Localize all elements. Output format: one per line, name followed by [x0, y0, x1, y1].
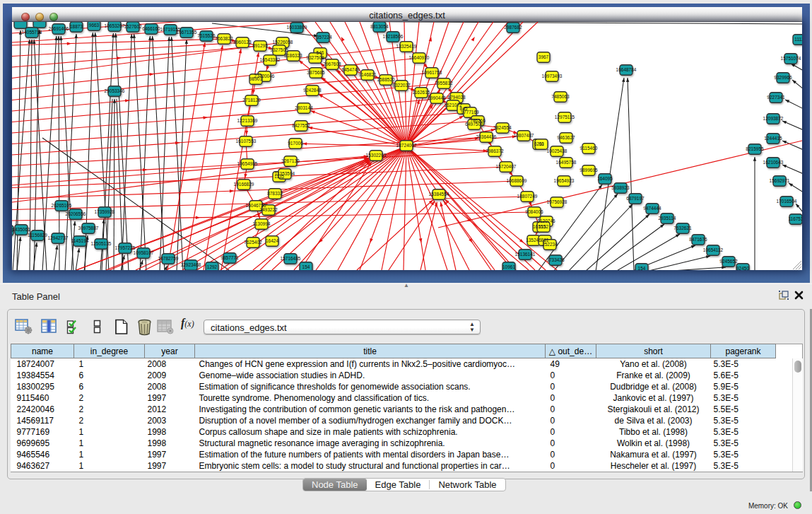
svg-text:8471676: 8471676	[689, 237, 707, 242]
svg-text:16107553: 16107553	[236, 139, 257, 144]
svg-text:17957225: 17957225	[115, 245, 136, 250]
svg-text:1162615: 1162615	[413, 90, 430, 95]
svg-text:9115460: 9115460	[580, 146, 598, 151]
svg-text:164095: 164095	[597, 176, 613, 181]
svg-text:19166829: 19166829	[234, 182, 254, 187]
svg-text:60: 60	[539, 141, 544, 146]
svg-text:2718120: 2718120	[242, 98, 261, 103]
svg-text:1145194: 1145194	[71, 238, 89, 243]
svg-text:9663: 9663	[89, 23, 100, 28]
svg-text:891295: 891295	[252, 43, 268, 48]
svg-text:154: 154	[302, 264, 310, 269]
svg-text:7357224: 7357224	[314, 35, 332, 40]
svg-text:1112: 1112	[794, 37, 802, 42]
svg-text:7663822: 7663822	[215, 36, 233, 41]
svg-text:878332: 878332	[267, 191, 283, 196]
svg-text:16033809: 16033809	[287, 25, 307, 30]
svg-text:20206556: 20206556	[66, 211, 86, 216]
svg-text:7515526: 7515526	[197, 33, 216, 38]
svg-text:135246: 135246	[526, 238, 541, 243]
svg-text:12213369: 12213369	[237, 118, 258, 123]
svg-text:15226058: 15226058	[273, 40, 293, 45]
svg-text:15716485: 15716485	[281, 256, 301, 261]
svg-text:1130994: 1130994	[253, 221, 271, 226]
svg-text:10961758: 10961758	[422, 70, 442, 75]
svg-text:7632621: 7632621	[673, 226, 692, 230]
svg-text:1733426: 1733426	[546, 257, 565, 262]
svg-text:1588520: 1588520	[377, 77, 395, 82]
svg-text:12975115: 12975115	[555, 115, 575, 119]
svg-text:7955812: 7955812	[435, 81, 453, 86]
svg-text:17016504: 17016504	[777, 199, 797, 204]
svg-text:98901: 98901	[249, 76, 262, 81]
svg-text:10688609: 10688609	[507, 178, 527, 183]
svg-text:9329966: 9329966	[774, 75, 792, 80]
svg-text:8186323: 8186323	[284, 53, 302, 58]
svg-text:10807487: 10807487	[514, 133, 534, 138]
svg-text:2987682: 2987682	[504, 25, 522, 30]
svg-text:10958107: 10958107	[134, 250, 154, 255]
svg-text:15751074: 15751074	[781, 56, 801, 61]
svg-text:11353594: 11353594	[275, 171, 295, 176]
svg-text:3967: 3967	[539, 54, 549, 59]
svg-text:18873: 18873	[70, 24, 83, 29]
svg-text:16640910: 16640910	[409, 55, 430, 60]
svg-text:6879197: 6879197	[626, 196, 645, 201]
svg-text:20691406: 20691406	[49, 26, 69, 31]
svg-text:9327508: 9327508	[306, 55, 324, 60]
svg-text:9245652: 9245652	[719, 259, 738, 264]
svg-text:8427552: 8427552	[292, 123, 310, 128]
svg-text:19654985: 19654985	[237, 161, 258, 166]
svg-text:1244415: 1244415	[764, 136, 782, 141]
svg-text:12923468: 12923468	[181, 262, 201, 267]
svg-text:30975887: 30975887	[78, 226, 99, 230]
svg-text:9463627: 9463627	[557, 135, 575, 140]
svg-text:10961: 10961	[502, 264, 515, 269]
svg-text:9084006: 9084006	[525, 209, 543, 214]
svg-text:15692971: 15692971	[770, 178, 790, 183]
svg-text:16648784: 16648784	[616, 67, 637, 72]
svg-text:10653267: 10653267	[105, 23, 125, 28]
svg-text:29053346: 29053346	[105, 88, 125, 93]
svg-text:16495758: 16495758	[556, 160, 577, 165]
svg-text:10654112: 10654112	[703, 247, 724, 252]
svg-text:15136141: 15136141	[515, 252, 536, 257]
svg-text:546: 546	[317, 50, 324, 55]
svg-text:7485063: 7485063	[551, 94, 570, 99]
svg-text:8322037: 8322037	[392, 83, 411, 88]
svg-text:15384554: 15384554	[429, 192, 449, 197]
svg-text:3493222: 3493222	[259, 207, 278, 212]
svg-text:9474444: 9474444	[643, 206, 661, 211]
svg-text:8813054: 8813054	[370, 24, 389, 29]
svg-text:14055714: 14055714	[22, 30, 42, 35]
svg-text:6497508: 6497508	[465, 122, 483, 127]
svg-text:11156829: 11156829	[28, 233, 47, 238]
svg-text:116753: 116753	[788, 216, 802, 221]
svg-text:26265105: 26265105	[52, 203, 72, 208]
svg-text:16424: 16424	[266, 238, 278, 243]
svg-text:19654923: 19654923	[554, 178, 575, 183]
svg-text:7986372: 7986372	[486, 148, 504, 153]
svg-text:2967608: 2967608	[323, 62, 341, 66]
svg-text:1435061: 1435061	[12, 227, 30, 232]
svg-text:2935114: 2935114	[659, 216, 676, 221]
svg-text:16782759: 16782759	[158, 256, 179, 261]
svg-text:9777169: 9777169	[461, 110, 479, 115]
svg-text:6466160: 6466160	[142, 26, 160, 31]
svg-text:10756928: 10756928	[547, 199, 567, 204]
svg-text:5938923: 5938923	[611, 185, 630, 190]
svg-text:2803144: 2803144	[295, 105, 313, 110]
svg-text:12505135: 12505135	[91, 241, 112, 246]
svg-text:20364436: 20364436	[476, 134, 497, 139]
svg-text:9146821: 9146821	[358, 72, 377, 77]
svg-text:13325419: 13325419	[396, 44, 417, 49]
svg-text:15302203: 15302203	[366, 153, 387, 158]
svg-text:19218506: 19218506	[383, 34, 404, 39]
svg-text:15720407: 15720407	[496, 164, 517, 169]
svg-text:3875685: 3875685	[307, 70, 325, 75]
svg-text:6794028: 6794028	[447, 95, 466, 100]
svg-text:12093872: 12093872	[763, 116, 784, 121]
svg-text:917006: 917006	[288, 141, 303, 146]
svg-text:6120746: 6120746	[537, 218, 555, 223]
svg-text:8215955: 8215955	[746, 146, 764, 151]
